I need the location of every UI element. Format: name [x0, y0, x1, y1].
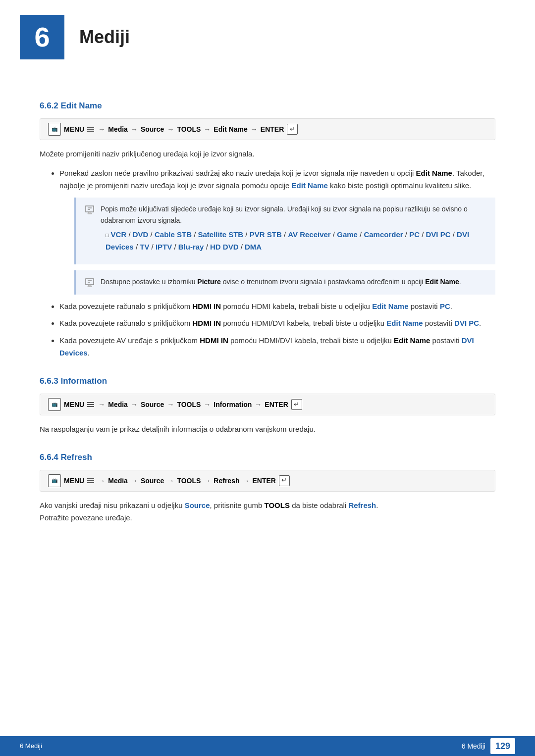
footer-page-number: 129 [490, 738, 515, 755]
nav-arrow-3: → [167, 124, 174, 135]
nav-tools-1: TOOLS [177, 124, 201, 135]
section-662-heading: 6.6.2 Edit Name [40, 99, 495, 112]
note-sublist-1: VCR / DVD / Cable STB / Satellite STB / … [101, 229, 487, 253]
menu-bars-icon-3 [87, 478, 94, 483]
nav-enter-label-1: ENTER [261, 124, 284, 135]
menu-bars-icon [87, 127, 94, 132]
nav-path-663: 📺 MENU → Media → Source → TOOLS → Inform… [40, 394, 495, 415]
iptv: IPTV [156, 243, 172, 251]
nav-enter-label-3: ENTER [253, 475, 276, 486]
game: Game [337, 230, 358, 239]
hdmi-in-ref-1: HDMI IN [192, 302, 221, 310]
nav-media-1: Media [108, 124, 128, 135]
tv: TV [140, 243, 149, 251]
dvi-pc-ref-1: DVI PC [454, 319, 479, 327]
nav-arrow-1: → [98, 124, 105, 135]
chapter-number-box: 6 [20, 15, 64, 59]
nav-arrow-11: → [98, 475, 105, 486]
menu-remote-icon-2: 📺 [48, 398, 61, 411]
pc: PC [409, 230, 420, 239]
note-text-2: Dostupne postavke u izborniku Picture ov… [101, 276, 461, 287]
note-icon-1 [84, 204, 96, 216]
picture-ref: Picture [197, 278, 220, 286]
nav-source-3: Source [141, 475, 164, 486]
note-box-2: Dostupne postavke u izborniku Picture ov… [74, 270, 495, 295]
note-sublist-item-1: VCR / DVD / Cable STB / Satellite STB / … [106, 229, 487, 253]
edit-name-ref-2: Edit Name [292, 181, 328, 190]
edit-name-ref-5: Edit Name [386, 319, 423, 327]
edit-name-ref-6: Edit Name [394, 336, 430, 345]
bullet-list-662: Ponekad zaslon neće pravilno prikazivati… [40, 167, 495, 359]
nav-source-2: Source [141, 399, 164, 410]
nav-media-2: Media [108, 399, 128, 410]
menu-bars-icon-2 [87, 402, 94, 407]
nav-tools-3: TOOLS [177, 475, 201, 486]
note-box-1: Popis može uključivati sljedeće uređaje … [74, 198, 495, 264]
nav-refresh: Refresh [214, 475, 239, 486]
menu-remote-icon: 📺 [48, 123, 61, 136]
nav-arrow-9: → [204, 399, 211, 410]
satellite-stb: Satellite STB [198, 230, 244, 239]
main-content: 6.6.2 Edit Name 📺 MENU → Media → Source … [0, 74, 535, 570]
nav-menu-label: MENU [64, 124, 84, 135]
hdmi-in-ref-2: HDMI IN [192, 319, 221, 327]
vcr: VCR [111, 230, 127, 239]
pvr-stb: PVR STB [250, 230, 282, 239]
body-662: Možete promijeniti naziv priključenog ur… [40, 148, 495, 160]
nav-tools-2: TOOLS [177, 399, 201, 410]
footer: 6 Mediji 6 Mediji 129 [0, 736, 535, 756]
note-text-1: Popis može uključivati sljedeće uređaje … [101, 203, 487, 258]
av-receiver: AV Receiver [288, 230, 330, 239]
footer-chapter-label: 6 Mediji [462, 741, 485, 752]
body-664: Ako vanjski uređaji nisu prikazani u odj… [40, 500, 495, 524]
enter-icon-1: ↵ [287, 124, 298, 135]
bullet-662-4: Kada povezujete AV uređaje s priključkom… [59, 335, 495, 359]
nav-editname-1: Edit Name [214, 124, 247, 135]
hd-dvd: HD DVD [210, 243, 239, 251]
dvd: DVD [133, 230, 149, 239]
bullet-662-1: Ponekad zaslon neće pravilno prikazivati… [59, 167, 495, 295]
nav-arrow-4: → [204, 124, 211, 135]
nav-source-1: Source [141, 124, 164, 135]
pc-ref-1: PC [440, 302, 450, 310]
nav-arrow-10: → [255, 399, 262, 410]
bluray: Blu-ray [178, 243, 204, 251]
nav-arrow-5: → [251, 124, 258, 135]
nav-enter-label-2: ENTER [265, 399, 288, 410]
menu-remote-icon-3: 📺 [48, 474, 61, 487]
edit-name-ref-1: Edit Name [416, 169, 452, 177]
camcorder: Camcorder [364, 230, 403, 239]
dma: DMA [245, 243, 262, 251]
nav-media-3: Media [108, 475, 128, 486]
refresh-ref: Refresh [348, 501, 376, 509]
nav-arrow-8: → [167, 399, 174, 410]
nav-menu-label-2: MENU [64, 399, 84, 410]
nav-information: Information [214, 399, 252, 410]
section-664-heading: 6.6.4 Refresh [40, 451, 495, 464]
nav-arrow-6: → [98, 399, 105, 410]
enter-icon-3: ↵ [279, 475, 290, 486]
nav-arrow-14: → [204, 475, 211, 486]
footer-left-label: 6 Mediji [20, 741, 42, 752]
nav-arrow-13: → [167, 475, 174, 486]
enter-icon-2: ↵ [291, 399, 302, 410]
nav-arrow-15: → [243, 475, 250, 486]
body-663: Na raspolaganju vam je prikaz detaljnih … [40, 423, 495, 436]
section-663-heading: 6.6.3 Information [40, 374, 495, 388]
chapter-title: Mediji [79, 23, 130, 51]
note-icon-2 [84, 277, 96, 289]
nav-path-664: 📺 MENU → Media → Source → TOOLS → Refres… [40, 470, 495, 492]
nav-arrow-2: → [131, 124, 138, 135]
chapter-header: 6 Mediji [0, 0, 535, 69]
bullet-662-2: Kada povezujete računalo s priključkom H… [59, 301, 495, 313]
hdmi-in-ref-3: HDMI IN [200, 336, 228, 345]
nav-path-662: 📺 MENU → Media → Source → TOOLS → Edit N… [40, 118, 495, 140]
tools-ref: TOOLS [265, 501, 290, 509]
nav-menu-label-3: MENU [64, 475, 84, 486]
chapter-number: 6 [34, 15, 50, 59]
edit-name-ref-4: Edit Name [372, 302, 408, 310]
bullet-662-3: Kada povezujete računalo s priključkom H… [59, 317, 495, 330]
dvi-pc: DVI PC [426, 230, 451, 239]
source-ref: Source [185, 501, 210, 509]
edit-name-ref-3: Edit Name [425, 278, 459, 286]
